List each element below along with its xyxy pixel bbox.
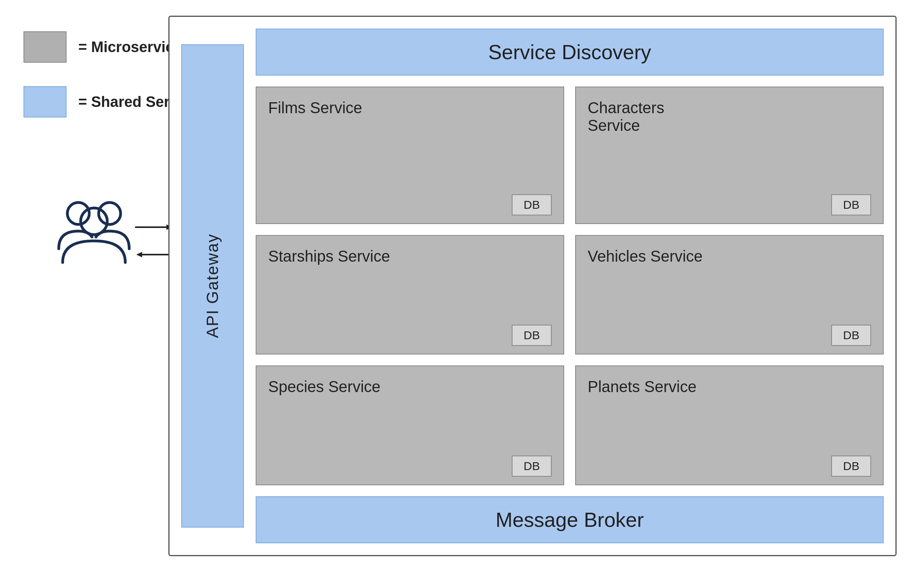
page: = Microservices = Shared Services (0, 0, 924, 575)
svg-point-1 (99, 203, 121, 224)
characters-db-box: DB (831, 194, 871, 215)
films-db-box: DB (512, 194, 552, 215)
users-area (55, 188, 133, 268)
vehicles-service-label: Vehicles Service (588, 248, 702, 265)
species-service-box: Species Service DB (256, 365, 564, 485)
starships-service-box: Starships Service DB (256, 235, 564, 355)
starships-service-label: Starships Service (268, 248, 390, 265)
planets-service-box: Planets Service DB (575, 365, 884, 485)
characters-service-label: CharactersService (588, 99, 664, 134)
films-service-label: Films Service (268, 99, 362, 117)
api-gateway-label: API Gateway (203, 233, 222, 338)
svg-point-0 (67, 203, 89, 224)
films-service-box: Films Service DB (256, 87, 564, 224)
service-discovery-bar: Service Discovery (256, 29, 884, 76)
message-broker-label: Message Broker (496, 508, 644, 532)
right-content: Service Discovery Films Service DB Chara… (256, 29, 884, 543)
main-diagram: API Gateway Service Discovery Films Serv… (168, 16, 897, 556)
services-grid: Films Service DB CharactersService DB St… (256, 87, 884, 485)
svg-marker-6 (136, 252, 142, 257)
planets-db-box: DB (831, 456, 871, 477)
shared-services-icon-box (23, 86, 67, 118)
microservices-icon-box (23, 31, 67, 63)
species-service-label: Species Service (268, 378, 381, 396)
service-discovery-label: Service Discovery (488, 40, 651, 64)
vehicles-db-box: DB (831, 325, 871, 346)
api-gateway-col: API Gateway (181, 44, 244, 528)
species-db-box: DB (512, 456, 552, 477)
planets-service-label: Planets Service (588, 378, 697, 396)
users-icon (55, 188, 133, 268)
message-broker-bar: Message Broker (256, 496, 884, 543)
characters-service-box: CharactersService DB (575, 87, 884, 224)
starships-db-box: DB (512, 325, 552, 346)
vehicles-service-box: Vehicles Service DB (575, 235, 884, 355)
api-gateway-box: API Gateway (181, 44, 244, 528)
